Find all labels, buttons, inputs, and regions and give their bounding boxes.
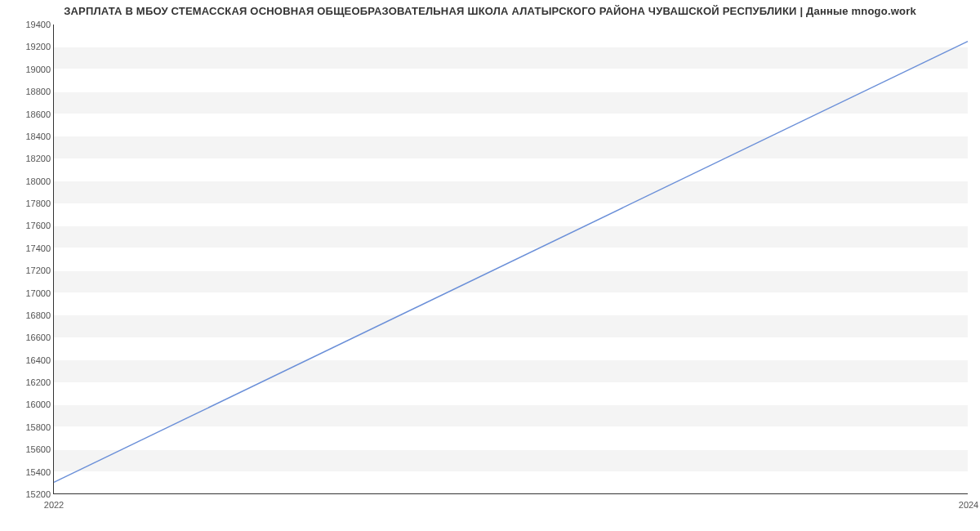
y-tick-label: 18400 <box>15 132 51 141</box>
y-tick-label: 17000 <box>15 288 51 298</box>
y-tick-label: 19200 <box>15 42 51 51</box>
y-tick-label: 16400 <box>15 355 51 365</box>
grid-line <box>54 494 968 495</box>
y-tick-label: 18600 <box>15 109 51 119</box>
y-tick-label: 18800 <box>15 87 51 96</box>
line-layer <box>54 25 968 493</box>
y-tick-label: 15200 <box>15 489 51 499</box>
y-tick-label: 19400 <box>15 20 51 29</box>
y-tick-label: 16000 <box>15 399 51 409</box>
y-tick-label: 16800 <box>15 310 51 320</box>
y-tick-label: 16200 <box>15 377 51 387</box>
y-tick-label: 17600 <box>15 221 51 230</box>
x-tick-label: 2022 <box>44 500 64 510</box>
y-tick-label: 16600 <box>15 332 51 342</box>
y-tick-label: 18000 <box>15 176 51 186</box>
x-tick-label: 2024 <box>959 500 978 510</box>
y-tick-label: 15600 <box>15 444 51 454</box>
y-tick-label: 17800 <box>15 199 51 208</box>
y-tick-label: 19000 <box>15 65 51 74</box>
salary-line-chart: ЗАРПЛАТА В МБОУ СТЕМАССКАЯ ОСНОВНАЯ ОБЩЕ… <box>0 0 980 531</box>
y-tick-label: 15400 <box>15 467 51 477</box>
y-tick-label: 15800 <box>15 422 51 432</box>
y-tick-label: 18200 <box>15 154 51 163</box>
chart-title: ЗАРПЛАТА В МБОУ СТЕМАССКАЯ ОСНОВНАЯ ОБЩЕ… <box>0 5 980 17</box>
y-tick-label: 17400 <box>15 243 51 253</box>
series-line <box>54 42 968 483</box>
plot-area: 1520015400156001580016000162001640016600… <box>53 25 968 494</box>
y-tick-label: 17200 <box>15 266 51 275</box>
